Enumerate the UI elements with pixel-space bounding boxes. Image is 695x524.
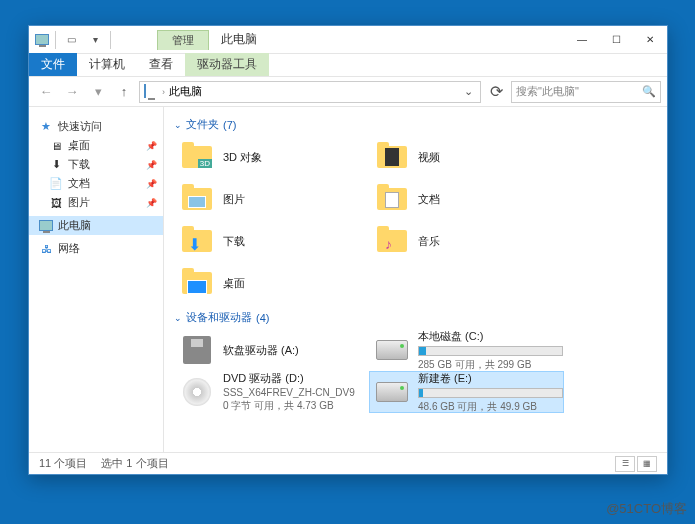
breadcrumb[interactable]: › 此电脑 ⌄ [139,81,481,103]
forward-button[interactable]: → [61,81,83,103]
back-button[interactable]: ← [35,81,57,103]
view-details-button[interactable]: ☰ [615,456,635,472]
status-item-count: 11 个项目 [39,456,87,471]
status-selection-count: 选中 1 个项目 [101,456,168,471]
folder-documents[interactable]: 文档 [369,178,564,220]
nav-documents[interactable]: 📄文档📌 [29,174,163,193]
nav-quick-access[interactable]: ★快速访问 [29,117,163,136]
ribbon-tabs: 文件 计算机 查看 驱动器工具 [29,54,667,77]
search-icon[interactable]: 🔍 [642,85,656,98]
drive-volume-e[interactable]: 新建卷 (E:) 48.6 GB 可用，共 49.9 GB [369,371,564,413]
view-tiles-button[interactable]: ▦ [637,456,657,472]
folder-videos[interactable]: 视频 [369,136,564,178]
folder-icon: ⬇ [179,223,215,259]
network-icon: 🖧 [39,242,53,256]
close-button[interactable]: ✕ [633,27,667,53]
address-bar: ← → ▾ ↑ › 此电脑 ⌄ ⟳ 搜索"此电脑" 🔍 [29,77,667,107]
pin-icon: 📌 [146,179,157,189]
drive-dvd-d[interactable]: DVD 驱动器 (D:) SSS_X64FREV_ZH-CN_DV9 0 字节 … [174,371,369,413]
nav-desktop[interactable]: 🖥桌面📌 [29,136,163,155]
picture-icon: 🖼 [49,196,63,210]
app-icon [33,31,51,49]
title-bar: ▭ ▾ 管理 此电脑 — ☐ ✕ [29,26,667,54]
nav-downloads[interactable]: ⬇下载📌 [29,155,163,174]
drive-floppy-a[interactable]: 软盘驱动器 (A:) [174,329,369,371]
folder-3d-objects[interactable]: 3D3D 对象 [174,136,369,178]
qat-dropdown-icon[interactable]: ▾ [84,29,106,51]
folder-icon [374,139,410,175]
folder-icon: 3D [179,139,215,175]
search-placeholder: 搜索"此电脑" [516,84,579,99]
recent-dropdown[interactable]: ▾ [87,81,109,103]
tab-computer[interactable]: 计算机 [77,53,137,76]
pin-icon: 📌 [146,141,157,151]
pin-icon: 📌 [146,160,157,170]
folder-desktop[interactable]: 桌面 [174,262,369,304]
address-dropdown-icon[interactable]: ⌄ [460,82,476,102]
chevron-right-icon[interactable]: › [162,87,165,97]
folder-icon [374,181,410,217]
drive-icon [374,332,410,368]
folder-icon [179,265,215,301]
content-pane: ⌄ 文件夹 (7) 3D3D 对象 视频 图片 文档 ⬇下载 ♪音乐 桌面 ⌄ … [164,107,667,452]
pc-icon [144,85,158,99]
drive-local-c[interactable]: 本地磁盘 (C:) 285 GB 可用，共 299 GB [369,329,564,371]
folder-music[interactable]: ♪音乐 [369,220,564,262]
status-bar: 11 个项目 选中 1 个项目 ☰ ▦ [29,452,667,474]
group-header-folders[interactable]: ⌄ 文件夹 (7) [174,117,657,132]
breadcrumb-location[interactable]: 此电脑 [169,84,202,99]
nav-pane: ★快速访问 🖥桌面📌 ⬇下载📌 📄文档📌 🖼图片📌 此电脑 🖧网络 [29,107,164,452]
nav-pictures[interactable]: 🖼图片📌 [29,193,163,212]
floppy-icon [179,332,215,368]
qat-properties-icon[interactable]: ▭ [60,29,82,51]
context-tab-manage[interactable]: 管理 [157,30,209,50]
refresh-button[interactable]: ⟳ [485,82,507,102]
folder-icon [179,181,215,217]
up-button[interactable]: ↑ [113,81,135,103]
star-icon: ★ [39,120,53,134]
drive-icon [374,374,410,410]
explorer-window: ▭ ▾ 管理 此电脑 — ☐ ✕ 文件 计算机 查看 驱动器工具 ← → ▾ ↑… [28,25,668,475]
pin-icon: 📌 [146,198,157,208]
folder-pictures[interactable]: 图片 [174,178,369,220]
watermark: @51CTO博客 [606,500,687,518]
chevron-down-icon: ⌄ [174,120,182,130]
pc-icon [39,219,53,233]
tab-file[interactable]: 文件 [29,53,77,76]
window-title: 此电脑 [221,31,565,48]
chevron-down-icon: ⌄ [174,313,182,323]
dvd-icon [179,374,215,410]
search-input[interactable]: 搜索"此电脑" 🔍 [511,81,661,103]
maximize-button[interactable]: ☐ [599,27,633,53]
desktop-icon: 🖥 [49,139,63,153]
download-icon: ⬇ [49,158,63,172]
group-header-drives[interactable]: ⌄ 设备和驱动器 (4) [174,310,657,325]
minimize-button[interactable]: — [565,27,599,53]
tab-drive-tools[interactable]: 驱动器工具 [185,53,269,76]
folder-icon: ♪ [374,223,410,259]
usage-bar [418,388,563,398]
tab-view[interactable]: 查看 [137,53,185,76]
document-icon: 📄 [49,177,63,191]
nav-this-pc[interactable]: 此电脑 [29,216,163,235]
nav-network[interactable]: 🖧网络 [29,239,163,258]
folder-downloads[interactable]: ⬇下载 [174,220,369,262]
usage-bar [418,346,563,356]
